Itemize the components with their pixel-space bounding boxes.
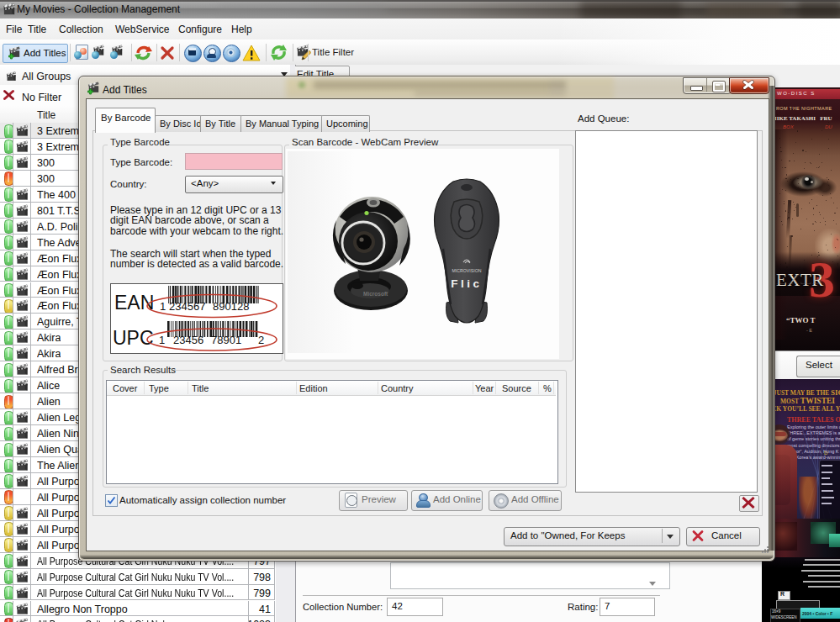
svg-text:78901: 78901 [211,334,241,346]
svg-text:2: 2 [258,334,264,346]
svg-text:234567: 234567 [169,300,205,313]
svg-text:1: 1 [159,334,165,346]
svg-text:Flic: Flic [451,277,482,290]
svg-text:23456: 23456 [173,334,203,346]
svg-text:Microsoft: Microsoft [363,291,388,297]
svg-text:890128: 890128 [213,300,249,313]
svg-text:1: 1 [160,300,166,313]
svg-text:MICROVISION: MICROVISION [452,268,482,273]
svg-text:EAN: EAN [114,292,154,314]
